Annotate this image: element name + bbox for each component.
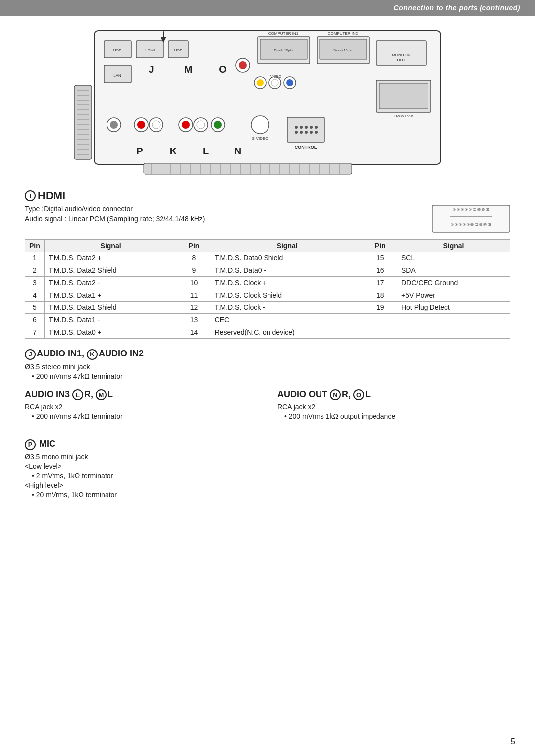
- hdmi-type-line: Type :Digital audio/video connector: [25, 205, 422, 213]
- svg-point-43: [310, 131, 313, 134]
- hdmi-audio-line: Audio signal : Linear PCM (Sampling rate…: [25, 215, 422, 223]
- svg-text:LAN: LAN: [113, 73, 121, 78]
- hdmi-top-row: Type :Digital audio/video connector Audi…: [25, 205, 510, 234]
- svg-text:COMPUTER IN2: COMPUTER IN2: [328, 31, 358, 36]
- table-row: 3T.M.D.S. Data2 -10T.M.D.S. Clock +17DDC…: [25, 277, 510, 289]
- svg-point-36: [300, 126, 303, 129]
- svg-point-42: [305, 131, 308, 134]
- audio-out-line1: RCA jack x2: [277, 403, 510, 411]
- audio-in12-line1: Ø3.5 stereo mini jack: [25, 363, 510, 371]
- svg-point-29: [286, 79, 293, 86]
- svg-text:② ④ ⑥ ⑧ ⑩ ⑫ ⑭ ⑯ ⑱: ② ④ ⑥ ⑧ ⑩ ⑫ ⑭ ⑯ ⑱: [453, 208, 489, 211]
- svg-text:HDMI: HDMI: [145, 48, 155, 52]
- svg-point-56: [197, 121, 205, 129]
- svg-point-44: [315, 131, 318, 134]
- svg-point-25: [257, 79, 264, 86]
- svg-text:D-sub 15pin: D-sub 15pin: [274, 49, 293, 52]
- col-pin-3: Pin: [364, 240, 397, 252]
- audio-in3-title: AUDIO IN3 LR, ML: [25, 389, 258, 401]
- svg-point-41: [300, 131, 303, 134]
- table-row: 2T.M.D.S. Data2 Shield9T.M.D.S. Data0 -1…: [25, 264, 510, 277]
- header-bar: Connection to the ports (continued): [0, 0, 535, 16]
- hdmi-title: I HDMI: [25, 189, 510, 202]
- mic-line2: <Low level>: [25, 462, 510, 470]
- audio-in3-section: AUDIO IN3 LR, ML RCA jack x2 • 200 mVrms…: [25, 389, 258, 422]
- hdmi-section: I HDMI Type :Digital audio/video connect…: [25, 189, 510, 339]
- col-signal-1: Signal: [44, 240, 177, 252]
- audio-in2-circle: K: [87, 349, 98, 360]
- hdmi-info: Type :Digital audio/video connector Audi…: [25, 205, 422, 225]
- audio-in3-circle-l: L: [72, 389, 83, 400]
- svg-text:N: N: [234, 146, 241, 156]
- mic-line5: • 20 mVrms, 1kΩ terminator: [25, 491, 510, 499]
- audio-out-circle-n: N: [330, 389, 341, 400]
- hdmi-connector-diagram: ② ④ ⑥ ⑧ ⑩ ⑫ ⑭ ⑯ ⑱ ───────────────── ① ③ …: [432, 205, 510, 234]
- svg-text:K: K: [170, 146, 177, 156]
- svg-rect-82: [144, 163, 352, 174]
- table-row: 6T.M.D.S. Data1 -13CEC: [25, 314, 510, 326]
- audio-in12-section: JAUDIO IN1, KAUDIO IN2 Ø3.5 stereo mini …: [25, 349, 510, 380]
- table-row: 1T.M.D.S. Data2 +8T.M.D.S. Data0 Shield1…: [25, 252, 510, 264]
- svg-text:P: P: [136, 146, 143, 156]
- audio-in1-label: AUDIO IN1,: [37, 349, 87, 358]
- main-content: I HDMI Type :Digital audio/video connect…: [0, 184, 535, 518]
- diagram-area: USB HDMI USB I COMPUTER IN1 D-sub 15pin …: [0, 16, 535, 184]
- header-text: Connection to the ports (continued): [394, 4, 520, 12]
- svg-point-37: [305, 126, 308, 129]
- svg-point-39: [315, 126, 318, 129]
- svg-text:L: L: [203, 146, 209, 156]
- svg-rect-67: [74, 85, 92, 159]
- svg-point-52: [152, 121, 160, 129]
- audio-out-circle-o: O: [353, 389, 364, 400]
- svg-text:① ③ ⑤ ⑦ ⑨ ⑪ ⑬ ⑮ ⑰ ⑲: ① ③ ⑤ ⑦ ⑨ ⑪ ⑬ ⑮ ⑰ ⑲: [451, 223, 492, 226]
- audio-out-label: AUDIO OUT: [277, 389, 330, 399]
- svg-text:S-VIDEO: S-VIDEO: [252, 136, 268, 141]
- svg-point-35: [295, 126, 298, 129]
- audio-out-section: AUDIO OUT NR, OL RCA jack x2 • 200 mVrms…: [277, 389, 510, 422]
- hdmi-circle-letter: I: [25, 190, 36, 201]
- svg-text:D-sub 15pin: D-sub 15pin: [333, 49, 352, 52]
- audio-in1-circle: J: [25, 349, 36, 360]
- hdmi-label: HDMI: [38, 189, 65, 202]
- page-number: 5: [511, 737, 515, 746]
- svg-point-50: [137, 121, 145, 129]
- svg-point-38: [310, 126, 313, 129]
- hdmi-pin-table: Pin Signal Pin Signal Pin Signal 1T.M.D.…: [25, 239, 510, 339]
- table-row: 7T.M.D.S. Data0 +14Reserved(N.C. on devi…: [25, 326, 510, 339]
- svg-text:VIDEO: VIDEO: [270, 75, 281, 78]
- svg-rect-33: [287, 117, 324, 142]
- mic-line3: • 2 mVrms, 1kΩ terminator: [25, 472, 510, 480]
- svg-text:J: J: [148, 64, 154, 75]
- svg-point-31: [251, 116, 269, 134]
- svg-point-60: [110, 121, 118, 129]
- mic-title: P MIC: [25, 439, 510, 450]
- svg-text:CONTROL: CONTROL: [295, 145, 317, 150]
- audio-in12-title: JAUDIO IN1, KAUDIO IN2: [25, 349, 510, 360]
- projector-diagram: USB HDMI USB I COMPUTER IN1 D-sub 15pin …: [64, 26, 471, 179]
- col-pin-1: Pin: [25, 240, 45, 252]
- col-signal-3: Signal: [397, 240, 510, 252]
- svg-text:USB: USB: [174, 48, 182, 52]
- audio-in3-label: AUDIO IN3: [25, 389, 72, 399]
- svg-point-54: [182, 121, 190, 129]
- audio-out-title: AUDIO OUT NR, OL: [277, 389, 510, 401]
- audio-in12-line2: • 200 mVrms 47kΩ terminator: [25, 372, 510, 380]
- col-pin-2: Pin: [177, 240, 211, 252]
- svg-text:USB: USB: [113, 48, 121, 52]
- audio-out-l-label: L: [365, 389, 371, 399]
- audio-in3-line2: • 200 mVrms 47kΩ terminator: [25, 412, 258, 420]
- mic-line4: <High level>: [25, 481, 510, 489]
- svg-text:OUT: OUT: [397, 58, 406, 62]
- col-signal-2: Signal: [211, 240, 364, 252]
- audio-in3-r-label: R,: [84, 389, 96, 399]
- svg-text:M: M: [184, 64, 193, 75]
- svg-text:MONITOR: MONITOR: [392, 53, 411, 57]
- table-row: 4T.M.D.S. Data1 +11T.M.D.S. Clock Shield…: [25, 289, 510, 302]
- mic-label: MIC: [37, 439, 55, 449]
- audio-in3-line1: RCA jack x2: [25, 403, 258, 411]
- audio-grid: AUDIO IN3 LR, ML RCA jack x2 • 200 mVrms…: [25, 389, 510, 431]
- audio-out-r-label: R,: [342, 389, 353, 399]
- svg-point-40: [295, 131, 298, 134]
- svg-text:─────────────────: ─────────────────: [450, 215, 492, 218]
- table-row: 5T.M.D.S. Data1 Shield12T.M.D.S. Clock -…: [25, 302, 510, 314]
